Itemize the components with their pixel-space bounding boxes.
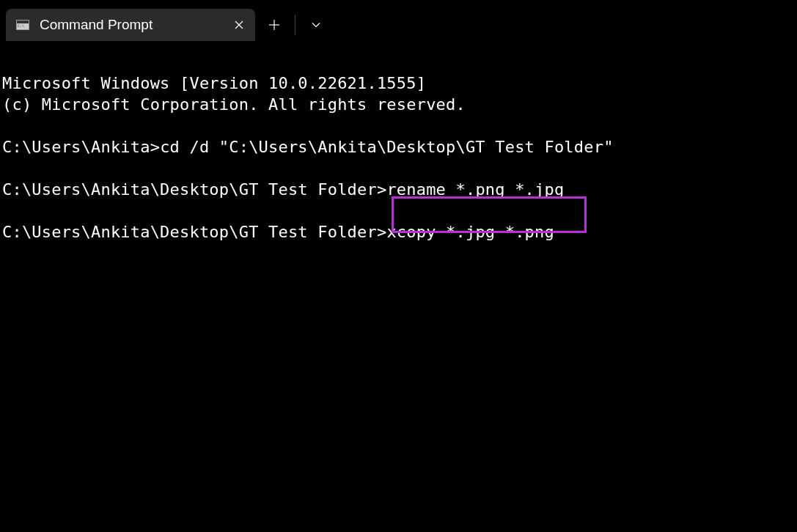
prompt: C:\Users\Ankita> (2, 138, 160, 156)
prompt: C:\Users\Ankita\Desktop\GT Test Folder> (2, 180, 386, 199)
chevron-down-icon (312, 20, 320, 30)
tab-title: Command Prompt (40, 17, 217, 33)
command-line: C:\Users\Ankita\Desktop\GT Test Folder>x… (2, 221, 795, 243)
command-text: rename *.png *.jpg (386, 180, 564, 199)
command-line: C:\Users\Ankita\Desktop\GT Test Folder>r… (2, 179, 795, 200)
output-line (2, 200, 795, 221)
terminal-output[interactable]: Microsoft Windows [Version 10.0.22621.15… (0, 41, 797, 264)
titlebar: Command Prompt (0, 0, 797, 41)
divider (295, 15, 295, 35)
output-line: Microsoft Windows [Version 10.0.22621.15… (2, 73, 795, 94)
tab-command-prompt[interactable]: Command Prompt (6, 9, 255, 41)
command-line: C:\Users\Ankita>cd /d "C:\Users\Ankita\D… (2, 136, 795, 158)
dropdown-button[interactable] (297, 9, 335, 41)
output-line: (c) Microsoft Corporation. All rights re… (2, 94, 795, 115)
new-tab-button[interactable] (255, 9, 293, 41)
output-line (2, 158, 795, 179)
plus-icon (269, 16, 279, 34)
output-line (2, 115, 795, 136)
close-tab-button[interactable] (232, 18, 246, 32)
command-text: xcopy *.jpg *.png (386, 223, 554, 241)
titlebar-controls (255, 9, 335, 41)
terminal-icon (16, 18, 29, 32)
prompt: C:\Users\Ankita\Desktop\GT Test Folder> (2, 223, 386, 241)
command-text: cd /d "C:\Users\Ankita\Desktop\GT Test F… (160, 138, 613, 156)
